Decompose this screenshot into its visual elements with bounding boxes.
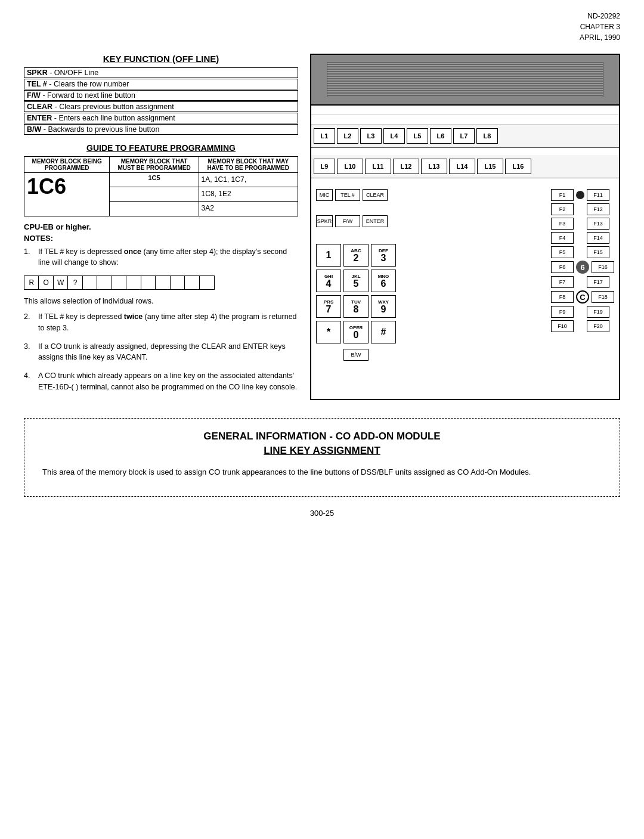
list-item: B/W - Backwards to previous line button [24, 124, 298, 135]
note-3: 3. If a CO trunk is already assigned, de… [24, 341, 298, 364]
may-prog-val-3: 3A2 [199, 202, 298, 216]
keypad-row-789: PRS 7 TUV 8 WXY 9 [316, 295, 396, 318]
f1-dot [576, 191, 584, 199]
row-cell-e5 [141, 276, 156, 289]
key-7[interactable]: PRS 7 [316, 295, 341, 318]
l-buttons-row-2: L9 L10 L11 L12 L13 L14 L15 L16 [311, 155, 619, 178]
key-3[interactable]: DEF 3 [371, 244, 396, 267]
f18-btn[interactable]: F18 [592, 291, 614, 303]
f6-btn[interactable]: F6 [551, 261, 574, 273]
key-8[interactable]: TUV 8 [343, 295, 369, 318]
spkr-key[interactable]: SPKR [316, 215, 333, 227]
l-btn-1[interactable]: L1 [314, 128, 335, 144]
cpu-note: CPU-EB or higher. [24, 222, 298, 231]
key-3-main: 3 [381, 253, 386, 263]
note-body-2: If TEL # key is depressed twice (any tim… [38, 311, 298, 334]
key-6[interactable]: MNO 6 [371, 270, 396, 292]
mic-key[interactable]: MIC [316, 189, 333, 201]
l-btn-5[interactable]: L5 [407, 128, 428, 144]
bottom-box-title: GENERAL INFORMATION - CO ADD-ON MODULE [42, 431, 602, 442]
f13-btn[interactable]: F13 [587, 218, 609, 230]
tel-key[interactable]: TEL # [335, 189, 360, 201]
key-9[interactable]: WXY 9 [371, 295, 396, 318]
key-function-title: KEY FUNCTION (OFF LINE) [24, 54, 298, 64]
list-item: TEL # - Clears the row number [24, 79, 298, 89]
key-4[interactable]: GHI 4 [316, 270, 341, 292]
f15-btn[interactable]: F15 [587, 246, 609, 258]
f10-btn[interactable]: F10 [551, 320, 574, 332]
f8-circle-c: C [576, 290, 589, 304]
row-cell-e3 [112, 276, 126, 289]
l-btn-9[interactable]: L9 [314, 159, 335, 174]
f16-btn[interactable]: F16 [592, 261, 614, 273]
l-btn-4[interactable]: L4 [383, 128, 405, 144]
row-cell-q: ? [68, 276, 82, 289]
key-7-main: 7 [326, 305, 332, 314]
key-0[interactable]: OPER 0 [343, 321, 369, 343]
bw-key[interactable]: B/W [343, 349, 369, 361]
list-item: ENTER - Enters each line button assignme… [24, 113, 298, 123]
f7-btn[interactable]: F7 [551, 276, 574, 288]
header-line3: APRIL, 1990 [580, 32, 620, 43]
l-btn-7[interactable]: L7 [453, 128, 475, 144]
l-btn-11[interactable]: L11 [365, 159, 391, 174]
f4-btn[interactable]: F4 [551, 232, 574, 244]
l-btn-13[interactable]: L13 [421, 159, 447, 174]
f1-btn[interactable]: F1 [551, 189, 574, 201]
f5-btn[interactable]: F5 [551, 246, 574, 258]
f9-btn[interactable]: F9 [551, 306, 574, 318]
notes-list: 1. If TEL # key is depressed once (any t… [24, 246, 298, 269]
fw-key[interactable]: F/W [335, 215, 360, 227]
enter-key[interactable]: ENTER [363, 215, 388, 227]
clear-key[interactable]: CLEAR [363, 189, 388, 201]
l-btn-12[interactable]: L12 [393, 159, 419, 174]
f20-btn[interactable]: F20 [587, 320, 609, 332]
l-btn-3[interactable]: L3 [360, 128, 382, 144]
bottom-info-box: GENERAL INFORMATION - CO ADD-ON MODULE L… [24, 418, 620, 497]
f3-btn[interactable]: F3 [551, 218, 574, 230]
l-btn-2[interactable]: L2 [337, 128, 358, 144]
f8-btn[interactable]: F8 [551, 291, 574, 303]
keypad-row-mic: MIC TEL # CLEAR [316, 189, 396, 201]
l-btn-10[interactable]: L10 [337, 159, 363, 174]
note-body-3: If a CO trunk is already assigned, depre… [38, 341, 298, 364]
l-btn-16[interactable]: L16 [505, 159, 531, 174]
f2-btn[interactable]: F2 [551, 203, 574, 215]
row-cell-e8 [185, 276, 199, 289]
must-prog-val: 1C5 [110, 173, 199, 187]
list-item: SPKR - ON/OFF Line [24, 67, 298, 78]
f9-group: F9 F19 [551, 306, 614, 318]
l-btn-15[interactable]: L15 [477, 159, 503, 174]
list-item: CLEAR - Clears previous button assignmen… [24, 101, 298, 112]
key-1[interactable]: 1 [316, 244, 341, 267]
list-item: F/W - Forward to next line button [24, 90, 298, 101]
key-clear: CLEAR [27, 103, 52, 111]
key-star-main: * [327, 327, 330, 337]
header-info: ND-20292 CHAPTER 3 APRIL, 1990 [580, 11, 620, 43]
must-prog-empty [110, 187, 199, 202]
f10-group: F10 F20 [551, 320, 614, 332]
note-num-3: 3. [24, 341, 35, 364]
notes-list-2: 2. If TEL # key is depressed twice (any … [24, 311, 298, 393]
l-btn-6[interactable]: L6 [430, 128, 451, 144]
f11-btn[interactable]: F11 [587, 189, 609, 201]
key-star[interactable]: * [316, 321, 341, 343]
f14-btn[interactable]: F14 [587, 232, 609, 244]
page: ND-20292 CHAPTER 3 APRIL, 1990 KEY FUNCT… [0, 0, 644, 535]
key-5[interactable]: JKL 5 [343, 270, 369, 292]
left-column: KEY FUNCTION (OFF LINE) SPKR - ON/OFF Li… [24, 54, 298, 400]
l-btn-14[interactable]: L14 [449, 159, 475, 174]
f19-btn[interactable]: F19 [587, 306, 609, 318]
f2-group: F2 F12 [551, 203, 614, 215]
key-6-main: 6 [381, 279, 386, 289]
l-btn-8[interactable]: L8 [476, 128, 498, 144]
f5-group: F5 F15 [551, 246, 614, 258]
key-hash[interactable]: # [371, 321, 396, 343]
f12-btn[interactable]: F12 [587, 203, 609, 215]
note-1: 1. If TEL # key is depressed once (any t… [24, 246, 298, 269]
key-tel: TEL # [27, 80, 47, 88]
key-0-main: 0 [354, 330, 359, 340]
row-cell-W: W [54, 276, 68, 289]
key-2[interactable]: ABC 2 [343, 244, 369, 267]
f17-btn[interactable]: F17 [587, 276, 609, 288]
